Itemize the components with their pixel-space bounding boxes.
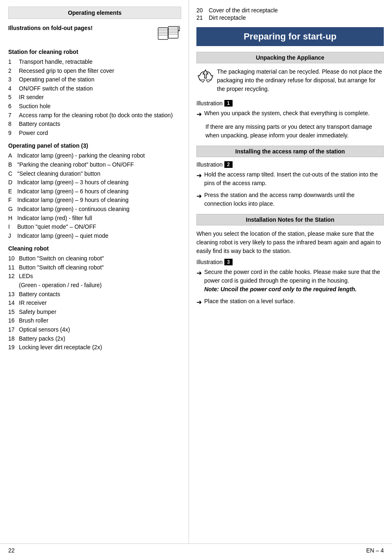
list-item: 4 ON/OFF switch of the station xyxy=(8,84,181,93)
arrow-icon-5: ➜ xyxy=(196,297,202,307)
page-number-left: 22 xyxy=(8,547,15,554)
preparing-header: Preparing for start-up xyxy=(196,27,384,46)
list-item: 12 LEDs xyxy=(8,272,181,281)
list-item: I Button "quiet mode" – ON/OFF xyxy=(8,223,181,232)
list-item: 19 Locking lever dirt receptacle (2x) xyxy=(8,343,181,352)
list-item: 11 Button "Switch off cleaning robot" xyxy=(8,263,181,272)
list-item: 6 Suction hole xyxy=(8,102,181,111)
access-ramp-bullet-2: ➜ Press the station and the access ramp … xyxy=(196,191,384,208)
list-item: 5 IR sender xyxy=(8,93,181,102)
list-item: 15 Safety bumper xyxy=(8,308,181,317)
installation-note: Note: Uncoil the power cord only to the … xyxy=(204,286,357,292)
list-item: 1 Transport handle, retractable xyxy=(8,58,181,67)
top-items: 20 Cover of the dirt receptacle 21 Dirt … xyxy=(196,7,384,21)
section-header-operating-elements: Operating elements xyxy=(8,7,181,19)
list-item: 14 IR receiver xyxy=(8,299,181,308)
list-item: 21 Dirt receptacle xyxy=(196,14,384,21)
list-item: 13 Battery contacts xyxy=(8,290,181,299)
installation-bullet-1: ➜ Secure the power cord in the cable hoo… xyxy=(196,268,384,294)
list-item: 20 Cover of the dirt receptacle xyxy=(196,7,384,14)
list-item: 18 Battery packs (2x) xyxy=(8,334,181,343)
station-title: Station for cleaning robot xyxy=(8,49,181,55)
illustration-ref-1: Illustration 1 xyxy=(196,100,384,107)
foldout-book-icon xyxy=(157,25,181,43)
recycle-icon xyxy=(196,68,214,84)
illustrations-label: Illustrations on fold-out pages! xyxy=(8,25,152,31)
list-item: E Indicator lamp (green) – 6 hours of cl… xyxy=(8,187,181,196)
installation-notes-paragraph: When you select the location of the stat… xyxy=(196,230,384,255)
list-item: 7 Access ramp for the cleaning robot (to… xyxy=(8,111,181,120)
access-ramp-bullet-1: ➜ Hold the access ramp tilted. Insert th… xyxy=(196,170,384,188)
list-item: B "Parking the cleaning robot" button – … xyxy=(8,160,181,169)
list-item: 10 Button "Switch on cleaning robot" xyxy=(8,254,181,263)
list-item: 17 Optical sensors (4x) xyxy=(8,325,181,334)
illustration-ref-3: Illustration 3 xyxy=(196,259,384,265)
list-item: J Indicator lamp (green) – quiet mode xyxy=(8,232,181,241)
cleaning-robot-items-list: 10 Button "Switch on cleaning robot" 11 … xyxy=(8,254,181,352)
unpacking-header: Unpacking the Appliance xyxy=(196,52,384,63)
access-ramp-header: Installing the access ramp of the statio… xyxy=(196,146,384,157)
unpacking-paragraph: The packaging material can be recycled. … xyxy=(217,67,384,93)
list-item: 8 Battery contacts xyxy=(8,120,181,129)
cleaning-robot-title: Cleaning robot xyxy=(8,245,181,252)
page-number-right: EN – 4 xyxy=(366,547,384,554)
list-item: D Indicator lamp (green) – 3 hours of cl… xyxy=(8,178,181,187)
list-item: 3 Operating panel of the station xyxy=(8,75,181,84)
list-item: H Indicator lamp (red) - filter full xyxy=(8,214,181,223)
unpacking-paragraph-2: If there are any missing parts or you de… xyxy=(205,123,384,140)
list-item: (Green - operation / red - failure) xyxy=(8,281,181,290)
arrow-icon-4: ➜ xyxy=(196,268,202,294)
list-item: A Indicator lamp (green) - parking the c… xyxy=(8,151,181,160)
list-item: G Indicator lamp (green) - continuous cl… xyxy=(8,205,181,214)
arrow-icon-1: ➜ xyxy=(196,109,202,119)
footer: 22 EN – 4 xyxy=(0,543,392,557)
illustration-ref-2: Illustration 2 xyxy=(196,161,384,168)
panel-items-list: A Indicator lamp (green) - parking the c… xyxy=(8,151,181,240)
installation-bullet-2: ➜ Place the station on a level surface. xyxy=(196,297,384,307)
arrow-icon-3: ➜ xyxy=(196,191,202,208)
list-item: 16 Brush roller xyxy=(8,316,181,325)
list-item: 2 Recessed grip to open the filter cover xyxy=(8,67,181,76)
arrow-icon-2: ➜ xyxy=(196,171,202,188)
installation-notes-header: Installation Notes for the Station xyxy=(196,214,384,225)
station-items-list: 1 Transport handle, retractable 2 Recess… xyxy=(8,58,181,137)
unpacking-bullet-1: ➜ When you unpack the system, check that… xyxy=(196,109,384,119)
svg-rect-0 xyxy=(158,28,168,39)
list-item: C "Select cleaning duration" button xyxy=(8,169,181,179)
list-item: 9 Power cord xyxy=(8,129,181,138)
panel-title: Operating panel of station (3) xyxy=(8,142,181,149)
list-item: F Indicator lamp (green) – 9 hours of cl… xyxy=(8,196,181,205)
svg-rect-6 xyxy=(168,26,178,38)
